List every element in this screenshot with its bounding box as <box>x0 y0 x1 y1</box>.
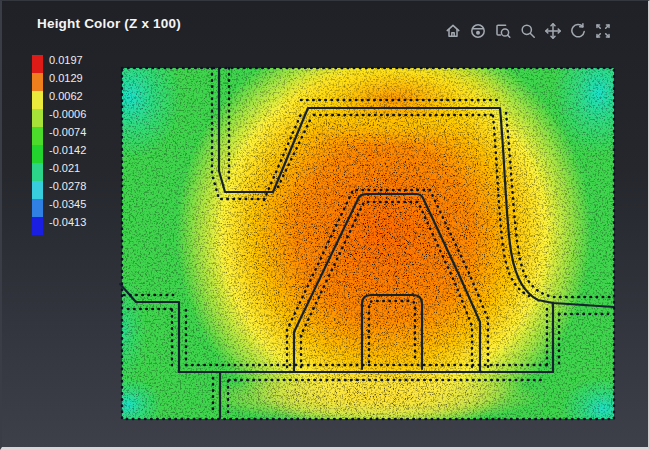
legend-value: -0.0413 <box>49 213 86 231</box>
legend-value: -0.0278 <box>49 177 86 195</box>
heatmap-canvas[interactable] <box>2 1 650 450</box>
zoom-window-icon[interactable] <box>494 22 512 40</box>
legend-swatch <box>32 73 43 91</box>
legend-swatch <box>32 145 43 163</box>
viewport-panel: Height Color (Z x 100) <box>0 0 650 450</box>
rotate-icon[interactable] <box>569 22 587 40</box>
legend-value: 0.0197 <box>49 51 86 69</box>
legend-labels: 0.0197 0.0129 0.0062 -0.0006 -0.0074 -0.… <box>49 51 86 235</box>
legend-swatch <box>32 163 43 181</box>
legend-value: -0.0142 <box>49 141 86 159</box>
legend-swatch <box>32 181 43 199</box>
legend-swatch <box>32 217 43 235</box>
legend-swatch <box>32 91 43 109</box>
legend-swatch <box>32 127 43 145</box>
legend-swatch <box>32 55 43 73</box>
legend-swatch <box>32 109 43 127</box>
legend-value: -0.021 <box>49 159 86 177</box>
fit-view-icon[interactable] <box>594 22 612 40</box>
point-cloud-field <box>78 25 645 441</box>
legend-value: -0.0074 <box>49 123 86 141</box>
panel-title: Height Color (Z x 100) <box>37 16 181 31</box>
color-legend: 0.0197 0.0129 0.0062 -0.0006 -0.0074 -0.… <box>32 55 86 235</box>
view-sphere-icon[interactable] <box>469 22 487 40</box>
pan-icon[interactable] <box>544 22 562 40</box>
home-icon[interactable] <box>444 22 462 40</box>
legend-color-bar <box>32 55 43 235</box>
legend-value: 0.0129 <box>49 69 86 87</box>
zoom-icon[interactable] <box>519 22 537 40</box>
legend-value: 0.0062 <box>49 87 86 105</box>
legend-value: -0.0006 <box>49 105 86 123</box>
legend-value: -0.0345 <box>49 195 86 213</box>
view-toolbar <box>444 22 612 40</box>
legend-swatch <box>32 199 43 217</box>
